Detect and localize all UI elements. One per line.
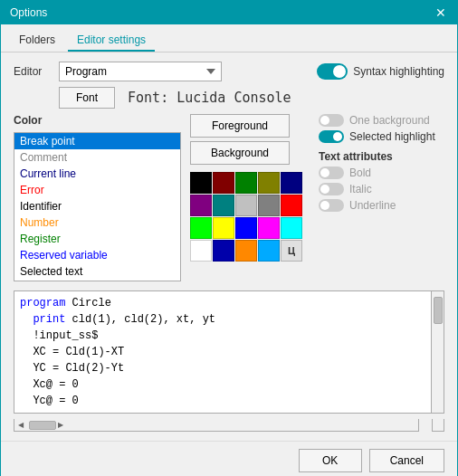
palette-cell-1[interactable] [190,172,212,194]
list-item[interactable]: Current line [14,166,180,182]
color-section: Color Break point Comment Current line E… [14,114,181,281]
content-area: Editor Program Text Hex Syntax highlight… [1,52,457,441]
code-line-7: Yc@ = 0 [20,393,425,409]
bold-label: Bold [349,167,371,179]
underline-row: Underline [319,199,435,212]
code-line-6: Xc@ = 0 [20,376,425,393]
code-line-2: print cld(1), cld(2), xt, yt [20,311,425,328]
palette-cell-2[interactable] [213,172,234,194]
code-line-1: program Circle [20,295,425,311]
background-button[interactable]: Background [190,141,290,165]
title-bar: Options ✕ [1,1,457,24]
scroll-left-arrow[interactable]: ◀ [16,422,25,429]
syntax-toggle[interactable] [317,63,348,80]
main-section: Color Break point Comment Current line E… [14,114,444,281]
palette-cell-11[interactable] [190,217,212,239]
color-list[interactable]: Break point Comment Current line Error I… [14,132,181,281]
list-item[interactable]: Number [14,214,180,231]
palette-cell-3[interactable] [235,172,257,194]
editor-row: Editor Program Text Hex Syntax highlight… [14,62,444,81]
palette-cell-12[interactable] [213,217,234,239]
one-background-label: One background [349,114,430,127]
palette-cell-4[interactable] [258,172,280,194]
bold-toggle[interactable] [319,167,344,179]
list-item[interactable]: Reserved variable [14,247,180,263]
list-item[interactable]: Selected text [14,263,180,280]
tab-folders[interactable]: Folders [10,30,64,52]
font-row: Font Font: Lucida Console [14,87,444,109]
selected-highlight-row: Selected highlight [319,130,435,143]
options-window: Options ✕ Folders Editor settings Editor… [0,0,458,476]
italic-toggle[interactable] [319,183,344,195]
selected-highlight-toggle[interactable] [319,130,344,143]
fgbg-palette: Foreground Background [190,114,302,281]
editor-label: Editor [14,65,50,78]
palette-cell-19[interactable] [258,240,280,262]
text-attributes-label: Text attributes [319,150,435,163]
hscroll-wrapper: ◀ ▶ [14,419,444,432]
h-scroll-thumb[interactable] [29,421,56,430]
code-line-4: XC = Cld(1)-XT [20,344,425,360]
scroll-thumb[interactable] [434,297,443,324]
code-preview-wrapper: program Circle print cld(1), cld(2), xt,… [14,290,444,414]
palette-cell-9[interactable] [258,195,280,216]
list-item[interactable]: Register [14,231,180,247]
options-section: One background Selected highlight Text a… [310,114,435,281]
palette-cell-custom[interactable]: Ц [281,240,302,262]
list-item[interactable]: Break point [14,133,180,149]
one-background-row: One background [319,114,435,127]
close-button[interactable]: ✕ [434,6,448,19]
color-palette: Ц [190,172,302,262]
palette-cell-15[interactable] [281,217,302,239]
palette-cell-17[interactable] [213,240,234,262]
scroll-corner [432,419,444,432]
selected-highlight-label: Selected highlight [349,130,435,143]
tab-editor-settings[interactable]: Editor settings [68,30,155,52]
cancel-button[interactable]: Cancel [369,449,444,472]
palette-cell-10[interactable] [281,195,302,216]
underline-label: Underline [349,199,396,212]
list-item[interactable]: Comment [14,149,180,166]
palette-cell-14[interactable] [258,217,280,239]
code-line-3: !input_ss$ [20,328,425,344]
list-item[interactable]: Error [14,182,180,198]
list-item[interactable]: Identifier [14,198,180,214]
italic-label: Italic [349,183,372,195]
one-background-toggle[interactable] [319,114,344,127]
palette-cell-8[interactable] [235,195,257,216]
tabs: Folders Editor settings [1,24,457,52]
font-button[interactable]: Font [59,87,115,109]
foreground-button[interactable]: Foreground [190,114,290,138]
bold-row: Bold [319,167,435,179]
list-item[interactable]: Space [14,280,180,281]
bottom-bar: OK Cancel [1,441,457,476]
palette-cell-13[interactable] [235,217,257,239]
right-controls: Foreground Background [190,114,444,281]
horizontal-scrollbar[interactable]: ◀ ▶ [14,419,419,432]
color-label: Color [14,114,181,127]
palette-cell-18[interactable] [235,240,257,262]
scroll-right-arrow[interactable]: ▶ [56,422,65,429]
palette-cell-5[interactable] [281,172,302,194]
syntax-toggle-container: Syntax highlighting [317,63,444,80]
window-title: Options [10,6,47,19]
syntax-label: Syntax highlighting [353,65,444,78]
palette-cell-7[interactable] [213,195,234,216]
palette-cell-6[interactable] [190,195,212,216]
font-display: Font: Lucida Console [128,90,291,106]
vertical-scrollbar[interactable] [432,290,444,414]
italic-row: Italic [319,183,435,195]
code-preview: program Circle print cld(1), cld(2), xt,… [14,290,432,414]
ok-button[interactable]: OK [299,449,362,472]
code-line-5: YC = Cld(2)-Yt [20,360,425,376]
palette-cell-16[interactable] [190,240,212,262]
editor-select[interactable]: Program Text Hex [59,62,222,81]
underline-toggle[interactable] [319,199,344,212]
